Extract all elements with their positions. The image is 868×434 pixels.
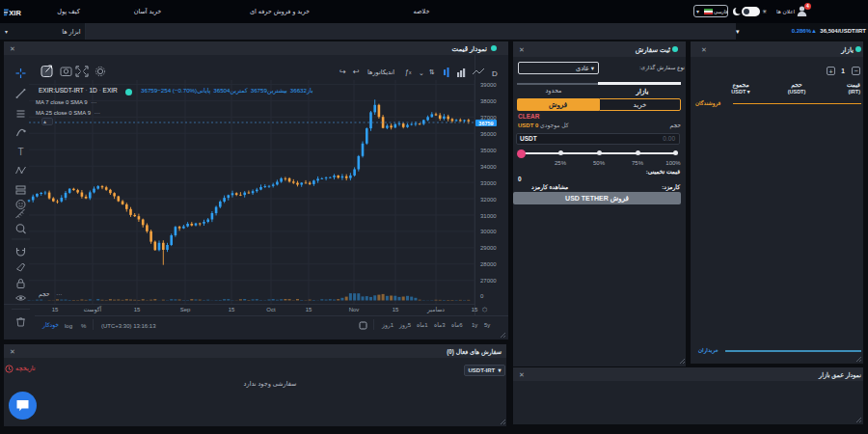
svg-text:T: T xyxy=(17,147,23,157)
svg-text:XIR: XIR xyxy=(9,9,21,16)
svg-text:D: D xyxy=(492,69,498,78)
